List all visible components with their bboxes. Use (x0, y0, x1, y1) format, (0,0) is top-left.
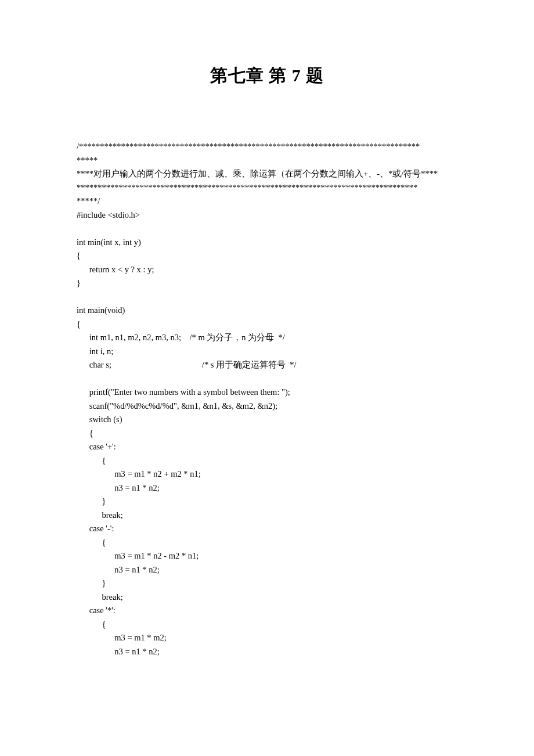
code-block: /***************************************… (77, 140, 457, 658)
document-page: 第七章 第 7 题 /*****************************… (0, 0, 534, 693)
page-title: 第七章 第 7 题 (77, 64, 457, 88)
